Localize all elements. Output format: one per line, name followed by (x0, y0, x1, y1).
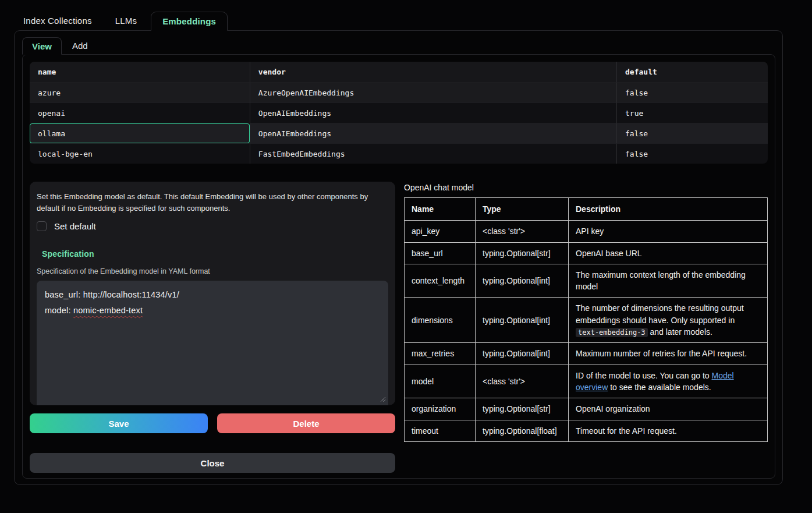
embedding-cell-vendor[interactable]: AzureOpenAIEmbeddings (250, 82, 616, 102)
embedding-row-azure[interactable]: azureAzureOpenAIEmbeddingsfalse (30, 82, 768, 102)
embedding-cell-name[interactable]: openai (30, 102, 250, 123)
schema-cell-name: timeout (405, 420, 476, 441)
view-add-tabbar: View Add (22, 36, 775, 54)
schema-row-dimensions: dimensionstyping.Optional[int]The number… (405, 298, 768, 343)
schema-cell-type: <class 'str'> (476, 365, 569, 398)
schema-row-api_key: api_key<class 'str'>API key (405, 221, 768, 242)
specification-heading: Specification (37, 249, 388, 259)
tab-llms[interactable]: LLMs (106, 11, 146, 30)
schema-cell-type: typing.Optional[str] (476, 242, 569, 264)
schema-cell-description: The maximum context length of the embedd… (569, 264, 768, 298)
embedding-row-ollama[interactable]: ollamaOpenAIEmbeddingsfalse (30, 123, 768, 143)
yaml-line: model: nomic-embed-text (45, 303, 380, 319)
schema-cell-name: base_url (405, 242, 476, 264)
description-text: to see the available models. (608, 383, 711, 392)
embedding-row-local-bge-en[interactable]: local-bge-enFastEmbedEmbeddingsfalse (30, 143, 768, 164)
embedding-cell-name[interactable]: ollama (30, 123, 250, 143)
description-text: ID of the model to use. You can go to (576, 371, 712, 380)
description-text: Maximum number of retries for the API re… (576, 349, 747, 358)
set-default-row: Set default (37, 221, 388, 231)
embeddings-table-header: name vendor default (30, 62, 768, 82)
schema-row-context_length: context_lengthtyping.Optional[int]The ma… (405, 264, 768, 298)
schema-doc-column: OpenAI chat model Name Type Description … (404, 182, 768, 442)
embedding-row-openai[interactable]: openaiOpenAIEmbeddingstrue (30, 102, 768, 123)
schema-cell-description: Maximum number of retries for the API re… (569, 343, 768, 365)
yaml-spec-editor[interactable]: base_url: http://localhost:11434/v1/ mod… (37, 281, 388, 405)
embedding-cell-vendor[interactable]: FastEmbedEmbeddings (250, 143, 616, 164)
embedding-cell-default[interactable]: false (616, 143, 768, 164)
schema-column-description: Description (569, 198, 768, 221)
specification-caption: Specification of the Embedding model in … (37, 267, 388, 275)
schema-cell-description: ID of the model to use. You can go to Mo… (569, 365, 768, 398)
embeddings-table: name vendor default azureAzureOpenAIEmbe… (30, 62, 768, 164)
description-text: The number of dimensions the resulting o… (576, 303, 744, 324)
schema-cell-type: <class 'str'> (476, 221, 569, 242)
schema-title: OpenAI chat model (404, 183, 768, 192)
embedding-cell-default[interactable]: true (616, 102, 768, 123)
description-text: The maximum context length of the embedd… (576, 270, 746, 291)
schema-row-base_url: base_urltyping.Optional[str]OpenAI base … (405, 242, 768, 264)
embedding-detail-column: Set this Embedding model as default. Thi… (30, 182, 395, 473)
schema-cell-description: The number of dimensions the resulting o… (569, 298, 768, 343)
description-text: API key (576, 227, 604, 236)
schema-row-max_retries: max_retriestyping.Optional[int]Maximum n… (405, 343, 768, 365)
schema-table: Name Type Description api_key<class 'str… (404, 197, 768, 442)
misspelled-word: nomic-embed-text (73, 306, 143, 315)
embedding-cell-name[interactable]: azure (30, 82, 250, 102)
schema-cell-name: model (405, 365, 476, 398)
inline-code: text-embedding-3 (576, 328, 648, 337)
schema-cell-type: typing.Optional[int] (476, 343, 569, 365)
embedding-cell-name[interactable]: local-bge-en (30, 143, 250, 164)
schema-cell-type: typing.Optional[int] (476, 298, 569, 343)
schema-row-timeout: timeouttyping.Optional[float]Timeout for… (405, 420, 768, 441)
default-and-spec-card: Set this Embedding model as default. Thi… (30, 182, 395, 405)
embeddings-panel: View Add name vendor default azureAzureO… (14, 30, 783, 485)
embedding-cell-vendor[interactable]: OpenAIEmbeddings (250, 102, 616, 123)
schema-cell-type: typing.Optional[str] (476, 398, 569, 420)
schema-column-type: Type (476, 198, 569, 221)
view-panel: name vendor default azureAzureOpenAIEmbe… (22, 54, 775, 479)
embedding-cell-default[interactable]: false (616, 82, 768, 102)
schema-row-organization: organizationtyping.Optional[str]OpenAI o… (405, 398, 768, 420)
embedding-cell-default[interactable]: false (616, 123, 768, 143)
main-tabbar: Index Collections LLMs Embeddings (0, 0, 812, 30)
description-text: Timeout for the API request. (576, 426, 677, 436)
column-header-name: name (30, 62, 250, 82)
schema-cell-name: dimensions (405, 298, 476, 343)
schema-row-model: model<class 'str'>ID of the model to use… (405, 365, 768, 398)
schema-cell-description: API key (569, 221, 768, 242)
description-text: and later models. (648, 327, 712, 337)
schema-cell-name: api_key (405, 221, 476, 242)
tab-embeddings[interactable]: Embeddings (151, 12, 228, 31)
schema-cell-type: typing.Optional[int] (476, 264, 569, 298)
yaml-line: base_url: http://localhost:11434/v1/ (45, 287, 380, 303)
tab-view[interactable]: View (22, 37, 62, 55)
schema-cell-description: Timeout for the API request. (569, 420, 768, 441)
description-text: OpenAI organization (576, 404, 650, 413)
schema-cell-name: max_retries (405, 343, 476, 365)
schema-cell-description: OpenAI base URL (569, 242, 768, 264)
description-text: OpenAI base URL (576, 249, 642, 258)
tab-add[interactable]: Add (63, 37, 97, 54)
schema-cell-name: organization (405, 398, 476, 420)
default-description-text: Set this Embedding model as default. Thi… (37, 191, 386, 214)
schema-table-header: Name Type Description (405, 198, 768, 221)
schema-cell-description: OpenAI organization (569, 398, 768, 420)
embedding-cell-vendor[interactable]: OpenAIEmbeddings (250, 123, 616, 143)
close-button[interactable]: Close (30, 453, 395, 473)
column-header-default: default (616, 62, 768, 82)
schema-cell-type: typing.Optional[float] (476, 420, 569, 441)
column-header-vendor: vendor (250, 62, 616, 82)
set-default-checkbox[interactable] (37, 221, 47, 231)
delete-button[interactable]: Delete (217, 413, 395, 433)
resize-handle-icon[interactable] (380, 392, 386, 405)
schema-column-name: Name (405, 198, 476, 221)
tab-index-collections[interactable]: Index Collections (14, 11, 101, 30)
schema-cell-name: context_length (405, 264, 476, 298)
save-button[interactable]: Save (30, 413, 208, 433)
set-default-label: Set default (54, 221, 96, 231)
